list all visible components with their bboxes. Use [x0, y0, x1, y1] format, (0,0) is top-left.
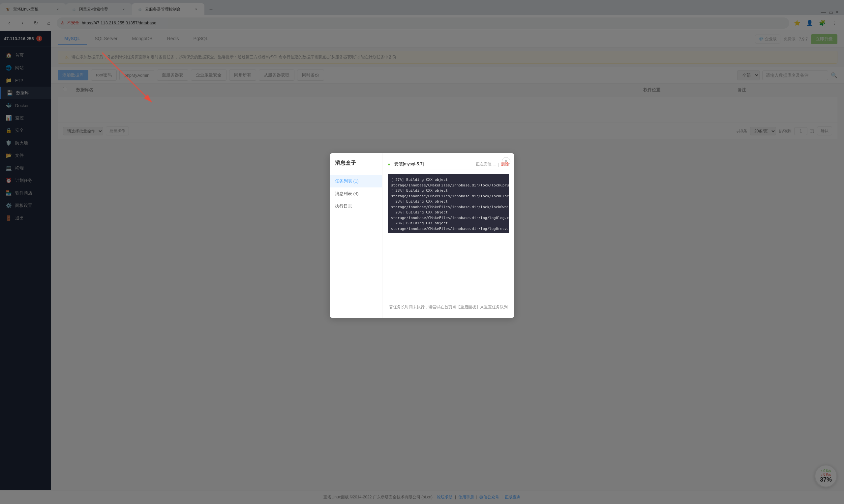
- modal-nav-message-list[interactable]: 消息列表 (4): [330, 187, 382, 200]
- modal-footer-note: 若任务长时间未执行，请尝试在首页点【重启面板】来重置任务队列: [388, 302, 509, 312]
- task-separator: |: [498, 162, 499, 167]
- modal-nav-task-list[interactable]: 任务列表 (1): [330, 175, 382, 187]
- console-line-3: [ 28%] Building CXX object storage/innob…: [391, 199, 506, 210]
- console-line-2: [ 28%] Building CXX object storage/innob…: [391, 188, 506, 199]
- modal-overlay: 消息盒子 任务列表 (1) 消息列表 (4) 执行日志 ● 安装[mysql-5…: [0, 0, 844, 504]
- console-line-1: [ 27%] Building CXX object storage/innob…: [391, 177, 506, 188]
- console-output[interactable]: [ 27%] Building CXX object storage/innob…: [388, 174, 509, 233]
- console-line-5: [ 28%] Building CXX object storage/innob…: [391, 221, 506, 232]
- task-installing-label: 正在安装 ...: [476, 161, 496, 167]
- modal-nav-exec-log[interactable]: 执行日志: [330, 200, 382, 213]
- modal-body: ● 安装[mysql-5.7] 正在安装 ... | 删除 [ 27%] Bui…: [382, 153, 514, 318]
- task-name: 安装[mysql-5.7]: [394, 161, 424, 167]
- task-item: ● 安装[mysql-5.7] 正在安装 ... | 删除: [388, 159, 509, 170]
- svg-line-1: [102, 53, 152, 102]
- modal-close-button[interactable]: ×: [502, 157, 510, 166]
- red-arrow-annotation: [99, 49, 165, 109]
- modal-title: 消息盒子: [330, 160, 382, 172]
- modal-sidebar: 消息盒子 任务列表 (1) 消息列表 (4) 执行日志: [330, 153, 382, 318]
- task-status-dot: ●: [388, 162, 390, 167]
- console-line-4: [ 28%] Building CXX object storage/innob…: [391, 210, 506, 221]
- message-modal: 消息盒子 任务列表 (1) 消息列表 (4) 执行日志 ● 安装[mysql-5…: [330, 153, 514, 318]
